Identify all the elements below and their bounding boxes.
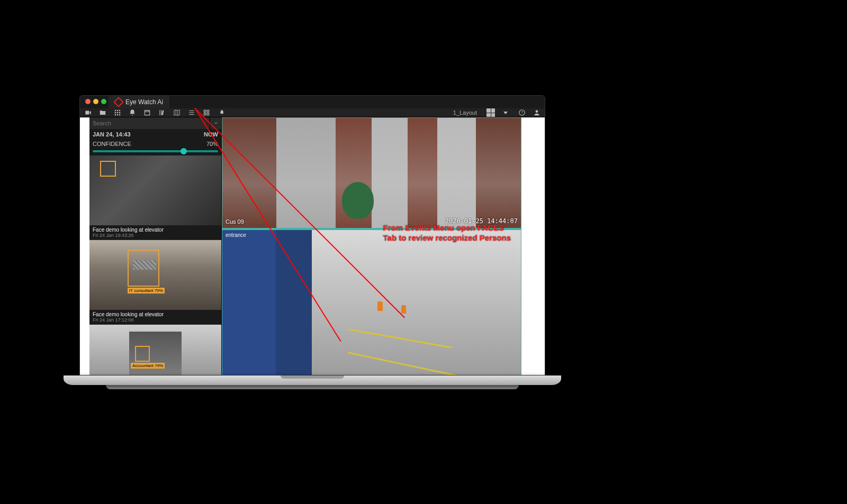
- event-title: Face demo looking at elevator: [93, 227, 218, 233]
- camera-label: entrance: [226, 232, 246, 238]
- event-title: Face demo looking at elevator: [93, 311, 218, 317]
- layout-label: 1_Layout: [453, 109, 477, 116]
- events-sidebar: JAN 24, 14:43 NOW CONFIDENCE 70%: [89, 117, 222, 375]
- app-title: Eye Watch Ai: [125, 98, 163, 106]
- events-list: Face demo looking at elevator Fri 24 Jan…: [89, 155, 221, 375]
- face-tag: Accountant 79%: [131, 363, 165, 369]
- apps-icon[interactable]: [203, 109, 210, 116]
- confidence-row: CONFIDENCE 70%: [89, 140, 221, 150]
- app-window: 1_Layout ? JAN 24, 14:43: [80, 108, 545, 375]
- face-tag: IT consultant 79%: [128, 288, 165, 294]
- layout-icon[interactable]: [486, 108, 495, 117]
- traffic-cone: [401, 305, 406, 314]
- list-icon[interactable]: [188, 109, 195, 116]
- annotation-line1: From Events Menu open FACES: [383, 223, 511, 233]
- annotation-line2: Tab to review recognized Persons: [383, 233, 511, 243]
- close-icon[interactable]: [85, 99, 91, 104]
- layout-dropdown-icon[interactable]: [503, 112, 508, 114]
- face-bbox: [135, 346, 150, 362]
- svg-text:?: ?: [521, 111, 523, 114]
- face-bbox: [100, 161, 116, 177]
- camera-feed-2[interactable]: entrance: [222, 230, 521, 375]
- library-icon[interactable]: [158, 109, 166, 116]
- bell-icon[interactable]: [129, 109, 136, 116]
- event-thumbnail: [89, 155, 221, 225]
- svg-point-2: [536, 110, 538, 113]
- folder-icon[interactable]: [99, 109, 106, 116]
- event-timestamp: Fri 24 Jan 17:12:08: [93, 317, 218, 323]
- app-tab[interactable]: Eye Watch Ai: [109, 96, 169, 108]
- maximize-icon[interactable]: [101, 99, 106, 104]
- map-icon[interactable]: [173, 109, 181, 116]
- tutorial-annotation: From Events Menu open FACES Tab to revie…: [383, 223, 511, 243]
- grid-icon[interactable]: [114, 109, 121, 116]
- search-dropdown-icon[interactable]: [210, 117, 221, 129]
- date-range: JAN 24, 14:43 NOW: [89, 129, 221, 140]
- flame-icon[interactable]: [218, 109, 225, 116]
- confidence-slider[interactable]: [93, 150, 218, 152]
- content-area: JAN 24, 14:43 NOW CONFIDENCE 70%: [80, 117, 545, 375]
- top-toolbar: 1_Layout ?: [80, 108, 545, 117]
- event-timestamp: Fri 24 Jan 19:43:26: [93, 233, 218, 238]
- range-start: JAN 24, 14:43: [93, 131, 131, 138]
- help-icon[interactable]: ?: [518, 109, 526, 116]
- event-item[interactable]: Face demo looking at elevator Fri 24 Jan…: [89, 155, 221, 240]
- slider-knob[interactable]: [181, 148, 187, 154]
- camera-grid: Cus 09 2020-01-25 14:44:07: [222, 117, 521, 375]
- calendar-icon[interactable]: [143, 109, 151, 116]
- event-item[interactable]: IT consultant 79% Face demo looking at e…: [89, 240, 221, 325]
- search-input[interactable]: [89, 120, 210, 126]
- user-icon[interactable]: [533, 109, 540, 116]
- face-bbox: [128, 250, 159, 287]
- traffic-cone: [377, 301, 383, 311]
- face-blur: [133, 260, 156, 270]
- camera-label: Cus 09: [226, 218, 244, 225]
- window-controls[interactable]: [85, 99, 106, 104]
- camera-icon[interactable]: [84, 109, 92, 116]
- confidence-label: CONFIDENCE: [93, 141, 131, 147]
- minimize-icon[interactable]: [93, 99, 98, 104]
- event-item[interactable]: Accountant 79% Face demo looking at elev…: [89, 325, 221, 375]
- app-logo-icon: [113, 97, 124, 107]
- event-thumbnail: Accountant 79%: [89, 325, 221, 375]
- event-thumbnail: IT consultant 79%: [89, 240, 221, 310]
- camera-feed-1[interactable]: Cus 09 2020-01-25 14:44:07: [222, 117, 521, 228]
